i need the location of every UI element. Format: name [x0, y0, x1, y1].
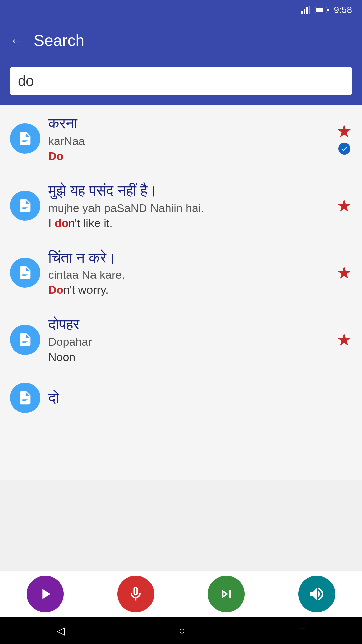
doc-icon-button-1[interactable] — [10, 123, 40, 154]
list-item: करना karNaa Do ★ — [0, 105, 362, 172]
transliteration-4: Dopahar — [48, 335, 328, 348]
svg-rect-5 — [316, 8, 323, 12]
status-time: 9:58 — [334, 5, 352, 15]
list-item: चिंता न करे। cintaa Na kare. Don't worry… — [0, 239, 362, 307]
favorite-button-1[interactable]: ★ — [336, 122, 352, 140]
favorite-button-4[interactable]: ★ — [336, 331, 352, 348]
translation-1: Do — [48, 150, 328, 163]
microphone-button[interactable] — [117, 576, 154, 612]
hindi-text-4: दोपहर — [48, 316, 328, 333]
translation-3: Don't worry. — [48, 283, 328, 297]
doc-icon-button-5[interactable] — [10, 383, 40, 413]
document-icon — [17, 390, 33, 406]
document-icon — [17, 131, 33, 146]
highlight-trans-4: Do — [48, 335, 63, 348]
skip-button[interactable] — [208, 576, 245, 612]
battery-icon — [315, 6, 329, 14]
star-area-1: ★ — [336, 122, 352, 155]
search-container — [0, 60, 362, 105]
result-content-1: करना karNaa Do — [48, 115, 328, 163]
list-item: दो — [0, 373, 362, 480]
transliteration-1: karNaa — [48, 135, 328, 148]
check-icon-1 — [338, 143, 350, 155]
status-icons: 9:58 — [301, 5, 352, 15]
star-area-3: ★ — [336, 264, 352, 281]
hindi-text-5: दो — [48, 389, 352, 407]
doc-icon-button-4[interactable] — [10, 325, 40, 355]
transliteration-2: mujhe yah paSaND Nahiin hai. — [48, 202, 328, 215]
android-recents-button[interactable]: □ — [299, 625, 305, 637]
result-content-3: चिंता न करे। cintaa Na kare. Don't worry… — [48, 249, 328, 297]
search-input-wrapper — [10, 67, 352, 95]
hindi-text-2: मुझे यह पसंद नहीं है। — [48, 182, 328, 200]
hindi-text-3: चिंता न करे। — [48, 249, 328, 267]
bottom-nav — [0, 570, 362, 617]
android-nav: ◁ ○ □ — [0, 617, 362, 644]
svg-rect-0 — [301, 11, 303, 14]
document-icon — [17, 198, 33, 213]
play-button[interactable] — [27, 576, 64, 612]
svg-rect-2 — [306, 7, 308, 14]
signal-icon — [301, 6, 310, 14]
microphone-icon — [127, 585, 144, 603]
back-button[interactable]: ← — [10, 34, 23, 47]
doc-icon-button-2[interactable] — [10, 191, 40, 221]
list-item: मुझे यह पसंद नहीं है। mujhe yah paSaND N… — [0, 172, 362, 239]
favorite-button-2[interactable]: ★ — [336, 197, 352, 214]
document-icon — [17, 332, 33, 347]
result-content-2: मुझे यह पसंद नहीं है। mujhe yah paSaND N… — [48, 182, 328, 230]
svg-rect-1 — [304, 9, 305, 14]
svg-rect-3 — [309, 6, 310, 14]
android-back-button[interactable]: ◁ — [57, 624, 65, 637]
favorite-button-3[interactable]: ★ — [336, 264, 352, 281]
result-content-5: दो — [48, 389, 352, 407]
checkmark-icon — [341, 145, 348, 152]
android-home-button[interactable]: ○ — [179, 625, 185, 637]
document-icon — [17, 265, 33, 280]
volume-icon — [308, 585, 325, 603]
results-list: करना karNaa Do ★ मुझे यह पसंद नहीं है। m… — [0, 105, 362, 480]
highlight-2: do — [55, 217, 69, 229]
result-content-4: दोपहर Dopahar Noon — [48, 316, 328, 364]
doc-icon-button-3[interactable] — [10, 258, 40, 288]
highlight-1: Do — [48, 150, 63, 162]
search-input[interactable] — [18, 73, 344, 89]
highlight-3: Do — [48, 283, 63, 296]
hindi-text-1: करना — [48, 115, 328, 132]
list-item: दोपहर Dopahar Noon ★ — [0, 306, 362, 373]
skip-icon — [218, 585, 235, 603]
volume-button[interactable] — [298, 576, 335, 612]
svg-rect-6 — [327, 9, 329, 11]
translation-4: Noon — [48, 351, 328, 364]
star-area-2: ★ — [336, 197, 352, 214]
app-bar: ← Search — [0, 20, 362, 60]
translation-2: I don't like it. — [48, 217, 328, 230]
star-area-4: ★ — [336, 331, 352, 348]
status-bar: 9:58 — [0, 0, 362, 20]
play-icon — [37, 585, 54, 603]
transliteration-3: cintaa Na kare. — [48, 268, 328, 281]
page-title: Search — [34, 31, 84, 50]
